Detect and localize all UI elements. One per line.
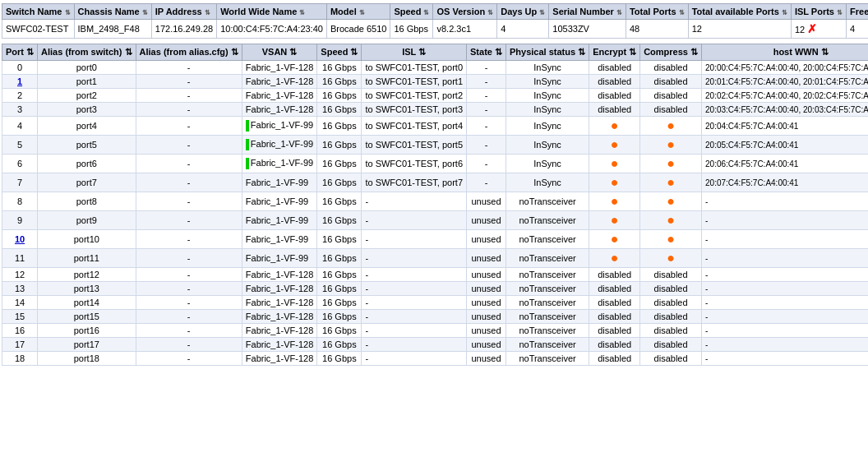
port-col-header[interactable]: Port ⇅ <box>2 44 38 61</box>
alias-switch-cell: port2 <box>38 89 136 103</box>
port-col-header[interactable]: ISL ⇅ <box>362 44 467 61</box>
alias-cfg-cell: - <box>136 192 242 211</box>
alias-cfg-cell: - <box>136 296 242 310</box>
sort-icon: ⇅ <box>289 47 297 57</box>
switch-col-header[interactable]: IP Address ⇅ <box>151 4 216 20</box>
host-wwn-cell: 20:03:C4:F5:7C:A4:00:40, 20:03:C4:F5:7C:… <box>702 103 868 117</box>
encrypt-cell: disabled <box>589 75 640 89</box>
compress-dot: ● <box>667 156 675 170</box>
alias-switch-cell: port4 <box>38 117 136 136</box>
host-wwn-cell: - <box>702 230 868 249</box>
state-cell: unused <box>467 296 506 310</box>
alias-cfg-cell: - <box>136 268 242 282</box>
port-number-cell: 17 <box>2 338 38 352</box>
switch-col-header[interactable]: Total available Ports ⇅ <box>688 4 791 20</box>
sort-icon: ⇅ <box>299 9 305 16</box>
switch-col-header[interactable]: Switch Name ⇅ <box>2 4 75 20</box>
state-cell: unused <box>467 268 506 282</box>
port-col-header[interactable]: host WWN ⇅ <box>702 44 868 61</box>
alias-switch-cell: port5 <box>38 136 136 155</box>
switch-col-header[interactable]: Serial Number ⇅ <box>549 4 626 20</box>
compress-dot: ● <box>667 251 675 265</box>
compress-dot: ● <box>667 175 675 189</box>
host-wwn-cell: 20:02:C4:F5:7C:A4:00:40, 20:02:C4:F5:7C:… <box>702 89 868 103</box>
compress-cell: ● <box>640 192 702 211</box>
switch-col-header[interactable]: Chassis Name ⇅ <box>74 4 151 20</box>
port-number-cell: 8 <box>2 192 38 211</box>
physical-status-cell: noTransceiver <box>506 268 589 282</box>
table-row: 11port11-Fabric_1-VF-9916 Gbps-unusednoT… <box>2 249 869 268</box>
speed-cell: 16 Gbps <box>317 282 362 296</box>
state-cell: - <box>467 103 506 117</box>
encrypt-cell: disabled <box>589 338 640 352</box>
alias-cfg-cell: - <box>136 155 242 173</box>
isl-cell: to SWFC01-TEST, port7 <box>362 173 467 192</box>
port-number-cell: 16 <box>2 324 38 338</box>
alias-switch-cell: port17 <box>38 338 136 352</box>
speed-cell: 16 Gbps <box>317 338 362 352</box>
compress-dot: ● <box>667 194 675 208</box>
port-col-header[interactable]: Alias (from switch) ⇅ <box>38 44 136 61</box>
isl-cell: to SWFC01-TEST, port4 <box>362 117 467 136</box>
switch-col-header[interactable]: OS Version ⇅ <box>433 4 497 20</box>
cross-icon: ✗ <box>807 22 817 35</box>
green-indicator <box>246 120 249 132</box>
state-cell: - <box>467 117 506 136</box>
alias-switch-cell: port14 <box>38 296 136 310</box>
host-wwn-cell: - <box>702 324 868 338</box>
isl-cell: - <box>362 352 467 366</box>
port-col-header[interactable]: Encrypt ⇅ <box>589 44 640 61</box>
port-col-header[interactable]: Compress ⇅ <box>640 44 702 61</box>
vsan-cell: Fabric_1-VF-128 <box>242 89 317 103</box>
speed-cell: 16 Gbps <box>317 75 362 89</box>
state-cell: - <box>467 75 506 89</box>
switch-col-header[interactable]: ISL Ports ⇅ <box>791 4 846 20</box>
port-number-cell[interactable]: 1 <box>2 75 38 89</box>
table-row: 13port13-Fabric_1-VF-12816 Gbps-unusedno… <box>2 282 869 296</box>
physical-status-cell: noTransceiver <box>506 338 589 352</box>
alias-cfg-cell: - <box>136 211 242 230</box>
speed-cell: 16 Gbps <box>317 211 362 230</box>
port-col-header[interactable]: Alias (from alias.cfg) ⇅ <box>136 44 242 61</box>
speed-cell: 16 Gbps <box>317 117 362 136</box>
table-row: 2port2-Fabric_1-VF-12816 Gbpsto SWFC01-T… <box>2 89 869 103</box>
alias-switch-cell: port8 <box>38 192 136 211</box>
switch-col-header[interactable]: Total Ports ⇅ <box>626 4 688 20</box>
port-number-cell[interactable]: 10 <box>2 230 38 249</box>
switch-col-header[interactable]: Days Up ⇅ <box>497 4 549 20</box>
vsan-cell: Fabric_1-VF-99 <box>242 117 317 136</box>
speed-cell: 16 Gbps <box>317 192 362 211</box>
alias-switch-cell: port7 <box>38 173 136 192</box>
port-number-cell: 6 <box>2 155 38 173</box>
port-table: Port ⇅Alias (from switch) ⇅Alias (from a… <box>2 44 868 366</box>
host-wwn-cell: - <box>702 310 868 324</box>
table-row: 3port3-Fabric_1-VF-12816 Gbpsto SWFC01-T… <box>2 103 869 117</box>
alias-cfg-cell: - <box>136 310 242 324</box>
alias-switch-cell: port11 <box>38 249 136 268</box>
alias-cfg-cell: - <box>136 282 242 296</box>
sort-icon: ⇅ <box>142 9 148 16</box>
switch-col-header[interactable]: Free Ports ⇅ <box>847 4 868 20</box>
port-number-cell: 13 <box>2 282 38 296</box>
vsan-cell: Fabric_1-VF-99 <box>242 155 317 173</box>
state-cell: - <box>467 155 506 173</box>
compress-cell: disabled <box>640 89 702 103</box>
table-cell: 10:00:C4:F5:7C:A4:23:40 <box>217 20 327 39</box>
switch-col-header[interactable]: World Wide Name ⇅ <box>217 4 327 20</box>
table-cell: 48 <box>626 20 688 39</box>
compress-cell: disabled <box>640 75 702 89</box>
port-col-header[interactable]: State ⇅ <box>467 44 506 61</box>
encrypt-cell: disabled <box>589 61 640 75</box>
port-col-header[interactable]: VSAN ⇅ <box>242 44 317 61</box>
switch-col-header[interactable]: Model ⇅ <box>326 4 390 20</box>
port-col-header[interactable]: Physical status ⇅ <box>506 44 589 61</box>
port-col-header[interactable]: Speed ⇅ <box>317 44 362 61</box>
vsan-cell: Fabric_1-VF-128 <box>242 338 317 352</box>
switch-col-header[interactable]: Speed ⇅ <box>390 4 433 20</box>
host-wwn-cell: 20:06:C4:F5:7C:A4:00:41 <box>702 155 868 173</box>
speed-cell: 16 Gbps <box>317 268 362 282</box>
table-cell: 16 Gbps <box>390 20 433 39</box>
host-wwn-cell: - <box>702 268 868 282</box>
alias-switch-cell: port18 <box>38 352 136 366</box>
encrypt-cell: ● <box>589 117 640 136</box>
